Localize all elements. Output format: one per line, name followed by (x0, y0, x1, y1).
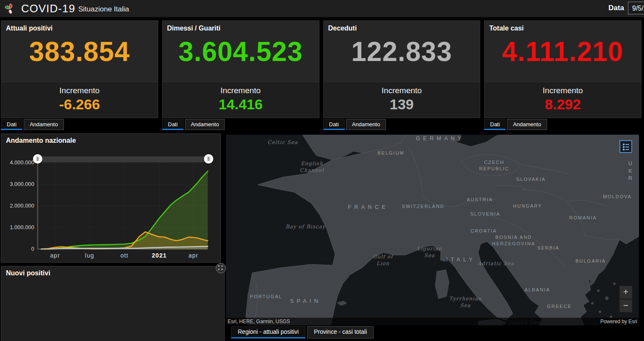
tab-dati[interactable]: Dati (484, 119, 506, 130)
card-value: 4.111.210 (484, 36, 641, 67)
tab-andamento[interactable]: Andamento (507, 119, 547, 130)
attribution-sources: Esri, HERE, Garmin, USGS (228, 318, 290, 325)
europe-map[interactable]: GERMANYCeltic SeaBELGIUMEnglish ChannelC… (226, 135, 639, 325)
app-title: COVID-19 (21, 2, 75, 15)
zoom-in-button[interactable]: + (619, 286, 632, 299)
svg-text:apr: apr (188, 252, 198, 259)
increment-label: Incremento (162, 82, 319, 95)
card-title: Attuali positivi (1, 21, 158, 32)
card-value: 383.854 (1, 36, 158, 67)
map-zoom-controls: + − (619, 286, 632, 313)
date-label: Data (608, 4, 624, 12)
card-totale-casi: Totale casi 4.111.210 Incremento 8.292 (484, 20, 641, 118)
svg-text:apr: apr (50, 252, 60, 259)
map-landmass (226, 135, 639, 325)
card-tab-bar: Dati Andamento (162, 119, 319, 130)
svg-text:4.000.000: 4.000.000 (10, 159, 34, 166)
card-value: 122.833 (324, 36, 480, 67)
tab-andamento[interactable]: Andamento (346, 119, 386, 130)
increment-label: Incremento (324, 82, 480, 95)
stat-cards-row: Attuali positivi 383.854 Incremento -6.2… (1, 20, 641, 130)
new-cases-title: Nuovi positivi (6, 269, 50, 277)
new-cases-panel: Nuovi positivi (1, 266, 225, 341)
time-range-slider[interactable] (37, 156, 209, 162)
tab-andamento[interactable]: Andamento (24, 119, 64, 130)
card-title: Dimessi / Guariti (162, 21, 319, 32)
svg-text:0: 0 (31, 246, 34, 252)
svg-text:3.000.000: 3.000.000 (10, 181, 34, 187)
legend-list-icon[interactable] (619, 140, 632, 153)
card-deceduti: Deceduti 122.833 Incremento 139 (323, 20, 481, 118)
increment-value: -6.266 (1, 96, 158, 113)
app-subtitle: Situazione Italia (78, 5, 129, 14)
expand-icon[interactable] (216, 263, 226, 273)
map-attribution: Esri, HERE, Garmin, USGS Powered by Esri (226, 318, 639, 325)
zoom-out-button[interactable]: − (619, 299, 632, 312)
card-tab-bar: Dati Andamento (484, 119, 641, 130)
svg-text:1.000.000: 1.000.000 (10, 224, 34, 230)
increment-value: 8.292 (484, 96, 641, 113)
increment-label: Incremento (484, 82, 641, 95)
tab-province-casi-totali[interactable]: Province - casi totali (307, 326, 374, 338)
svg-text:lug: lug (85, 252, 94, 259)
date-picker[interactable]: 9/5/2021 (628, 2, 644, 14)
tab-andamento[interactable]: Andamento (185, 119, 225, 130)
tab-dati[interactable]: Dati (1, 119, 22, 130)
card-title: Deceduti (324, 21, 480, 32)
card-attuali-positivi: Attuali positivi 383.854 Incremento -6.2… (1, 20, 158, 118)
header: COVID-19 Situazione Italia Data 9/5/2021 (0, 0, 644, 18)
powered-by-esri: Powered by Esri (600, 318, 637, 325)
tab-dati[interactable]: Dati (323, 119, 345, 130)
tab-dati[interactable]: Dati (162, 119, 184, 130)
svg-text:2.000.000: 2.000.000 (10, 202, 34, 209)
increment-value: 14.416 (162, 96, 319, 113)
card-tab-bar: Dati Andamento (323, 119, 481, 130)
slider-handle-left[interactable] (33, 154, 42, 164)
tab-regioni-attuali-positivi[interactable]: Regioni - attuali positivi (231, 326, 305, 338)
trend-chart: 01.000.0002.000.0003.000.0004.000.000apr… (1, 134, 220, 262)
svg-text:2021: 2021 (152, 252, 167, 259)
trend-chart-panel: Andamento nazionale 01.000.0002.000.0003… (1, 133, 221, 263)
increment-label: Incremento (1, 82, 158, 95)
svg-text:ott: ott (121, 252, 129, 259)
card-dimessi-guariti: Dimessi / Guariti 3.604.523 Incremento 1… (162, 20, 319, 118)
covid-dashboard: COVID-19 Situazione Italia Data 9/5/2021… (0, 0, 644, 341)
increment-value: 139 (324, 96, 480, 113)
card-tab-bar: Dati Andamento (1, 119, 158, 130)
card-value: 3.604.523 (162, 36, 319, 67)
slider-handle-right[interactable] (204, 154, 213, 164)
map-tab-bar: Regioni - attuali positivi Province - ca… (231, 326, 375, 338)
protezione-civile-logo-icon (3, 2, 17, 16)
card-title: Totale casi (484, 21, 641, 32)
